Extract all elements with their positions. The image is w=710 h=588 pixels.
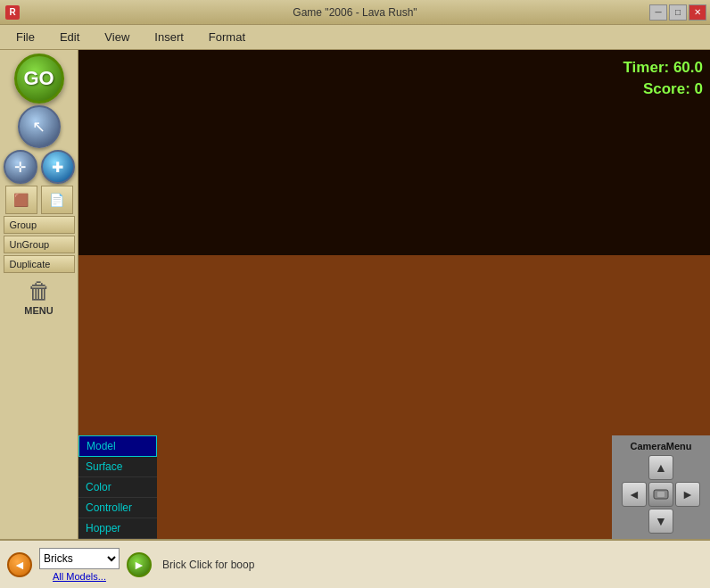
select-tool-button[interactable]: ↖ xyxy=(18,105,61,148)
go-button[interactable]: GO xyxy=(14,54,64,104)
side-panel-surface[interactable]: Surface xyxy=(78,457,157,477)
prev-arrow-button[interactable]: ◄ xyxy=(7,552,32,577)
bricks-select[interactable]: Bricks Models Effects Vehicles xyxy=(39,548,120,569)
material-icon-2: 📄 xyxy=(49,193,64,207)
timer-display: Timer: 60.0 xyxy=(623,57,703,79)
svg-rect-1 xyxy=(657,492,665,497)
side-panel-model[interactable]: Model xyxy=(78,435,157,457)
score-display: Score: 0 xyxy=(623,79,703,100)
cam-empty-bl xyxy=(622,509,647,534)
cam-left-button[interactable]: ◄ xyxy=(622,482,647,507)
side-panel: Model Surface Color Controller Hopper xyxy=(78,435,157,539)
cam-center-button[interactable] xyxy=(648,482,673,507)
transform-buttons: ✛ ✚ xyxy=(4,150,75,184)
brick-info: Brick Click for boop xyxy=(162,559,254,571)
menu-insert[interactable]: Insert xyxy=(142,27,196,47)
bottom-bar: ◄ Bricks Models Effects Vehicles All Mod… xyxy=(0,539,710,588)
material-buttons: 🟫 📄 xyxy=(5,186,73,214)
minimize-button[interactable]: ─ xyxy=(649,4,667,21)
menu-edit[interactable]: Edit xyxy=(47,27,92,47)
maximize-button[interactable]: □ xyxy=(669,4,687,21)
play-button[interactable]: ► xyxy=(127,552,152,577)
game-bottom-area: Model Surface Color Controller Hopper Ca… xyxy=(78,255,710,539)
cam-down-button[interactable]: ▼ xyxy=(648,509,673,534)
close-button[interactable]: ✕ xyxy=(689,4,706,21)
play-icon: ► xyxy=(133,558,145,572)
title-buttons: ─ □ ✕ xyxy=(649,4,706,21)
duplicate-button[interactable]: Duplicate xyxy=(4,255,75,273)
menu-file[interactable]: File xyxy=(4,27,47,47)
ungroup-button[interactable]: UnGroup xyxy=(4,236,75,253)
side-panel-color[interactable]: Color xyxy=(78,477,157,498)
game-top-area xyxy=(78,50,710,255)
game-hud: Timer: 60.0 Score: 0 xyxy=(623,57,703,100)
game-canvas: Model Surface Color Controller Hopper Ca… xyxy=(78,50,710,539)
left-toolbar: GO ↖ ✛ ✚ 🟫 📄 Group UnGroup Duplicate 🗑 xyxy=(0,50,78,539)
menu-view[interactable]: View xyxy=(92,27,142,47)
app-icon: R xyxy=(5,5,20,20)
menu-format[interactable]: Format xyxy=(196,27,258,47)
cam-empty-tl xyxy=(622,455,647,480)
main-layout: GO ↖ ✛ ✚ 🟫 📄 Group UnGroup Duplicate 🗑 xyxy=(0,50,710,539)
cam-right-button[interactable]: ► xyxy=(675,482,700,507)
material-icon-1: 🟫 xyxy=(13,193,29,207)
move-tool-button[interactable]: ✛ xyxy=(4,150,37,184)
material-button-2[interactable]: 📄 xyxy=(41,186,73,214)
cam-empty-tr xyxy=(675,455,700,480)
cursor-icon: ↖ xyxy=(32,117,45,137)
camera-menu-label: CameraMenu xyxy=(630,441,691,451)
menu-trash-button[interactable]: 🗑 MENU xyxy=(20,275,59,318)
group-button[interactable]: Group xyxy=(4,216,75,234)
camera-controls: ▲ ◄ ► ▼ xyxy=(622,455,700,534)
cam-empty-br xyxy=(675,509,700,534)
all-models-link[interactable]: All Models... xyxy=(53,571,106,582)
side-panel-hopper[interactable]: Hopper xyxy=(78,518,157,539)
menu-bar: File Edit View Insert Format xyxy=(0,25,710,50)
title-bar: R Game "2006 - Lava Rush" ─ □ ✕ xyxy=(0,0,710,25)
bricks-select-container: Bricks Models Effects Vehicles All Model… xyxy=(39,548,120,582)
move-icon: ✛ xyxy=(14,159,26,176)
cam-up-button[interactable]: ▲ xyxy=(648,455,673,480)
add-tool-button[interactable]: ✚ xyxy=(41,150,75,184)
title-text: Game "2006 - Lava Rush" xyxy=(293,6,417,19)
trash-icon: 🗑 xyxy=(28,277,51,305)
side-panel-controller[interactable]: Controller xyxy=(78,498,157,518)
material-button-1[interactable]: 🟫 xyxy=(5,186,37,214)
menu-label: MENU xyxy=(24,305,53,316)
camera-menu: CameraMenu ▲ ◄ ► ▼ xyxy=(612,435,710,539)
plus-icon: ✚ xyxy=(52,159,63,176)
